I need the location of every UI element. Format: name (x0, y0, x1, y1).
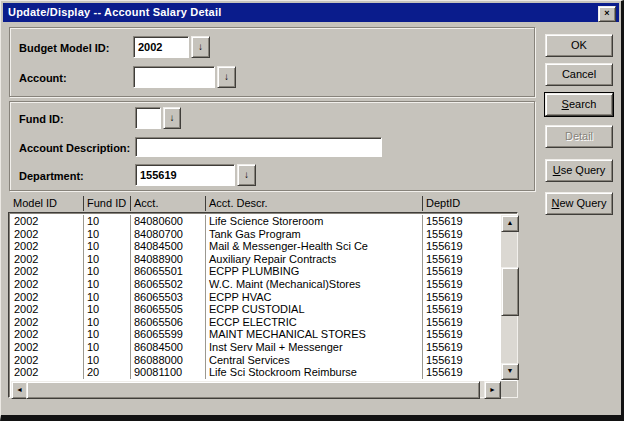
table-row[interactable]: 20021084084500Mail & Messenger-Health Sc… (11, 240, 501, 253)
use-query-button[interactable]: Use Query (545, 159, 613, 182)
table-cell: 155619 (423, 278, 501, 291)
table-cell: 10 (84, 354, 131, 367)
table-cell: 10 (84, 265, 131, 278)
account-description-label: Account Description: (19, 142, 130, 154)
top-group-box (9, 27, 535, 97)
table-row[interactable]: 20021084088900Auxiliary Repair Contracts… (11, 253, 501, 266)
table-cell: 10 (84, 215, 131, 228)
vertical-scrollbar[interactable]: ▲ ▼ (501, 215, 517, 380)
table-cell: 2002 (11, 228, 84, 241)
results-list: 20021084080600Life Science Storeroom1556… (8, 212, 518, 398)
table-cell: 84080700 (131, 228, 206, 241)
table-cell: ECPP PLUMBING (206, 265, 423, 278)
fund-id-field[interactable] (135, 107, 161, 129)
close-icon[interactable]: × (598, 6, 616, 22)
table-row[interactable]: 20021084080700Tank Gas Program155619 (11, 228, 501, 241)
table-cell: 2002 (11, 316, 84, 329)
cancel-button[interactable]: Cancel (545, 63, 613, 86)
table-cell: 2002 (11, 253, 84, 266)
horizontal-scrollbar[interactable]: ◄ ► (11, 381, 501, 397)
table-cell: 10 (84, 278, 131, 291)
account-description-field[interactable] (135, 137, 382, 157)
table-cell: 84084500 (131, 240, 206, 253)
table-cell: Inst Serv Mail + Messenger (206, 341, 423, 354)
table-cell: 155619 (423, 328, 501, 341)
table-cell: Mail & Messenger-Health Sci Ce (206, 240, 423, 253)
table-row[interactable]: 20022090081100Life Sci Stockroom Reimbur… (11, 366, 501, 379)
table-cell: 2002 (11, 240, 84, 253)
table-cell: 84088900 (131, 253, 206, 266)
table-cell: 155619 (423, 366, 501, 379)
ok-button[interactable]: OK (545, 34, 613, 57)
table-cell: 84080600 (131, 215, 206, 228)
table-cell: 155619 (423, 215, 501, 228)
table-cell: 155619 (423, 303, 501, 316)
table-cell: 2002 (11, 265, 84, 278)
fund-id-dropdown-icon[interactable]: ↓ (163, 107, 181, 129)
table-row[interactable]: 20021086065503ECPP HVAC155619 (11, 291, 501, 304)
table-row[interactable]: 20021086065501ECPP PLUMBING155619 (11, 265, 501, 278)
department-dropdown-icon[interactable]: ↓ (237, 164, 256, 186)
table-cell: 86065502 (131, 278, 206, 291)
table-cell: ECPP HVAC (206, 291, 423, 304)
horizontal-scroll-thumb[interactable] (26, 381, 480, 399)
detail-button[interactable]: Detail (545, 125, 613, 148)
column-header[interactable]: DeptID (422, 196, 518, 211)
table-cell: 2002 (11, 215, 84, 228)
table-cell: 10 (84, 328, 131, 341)
scrollbar-corner (501, 381, 517, 397)
column-header[interactable]: Fund ID (83, 196, 130, 211)
scroll-up-icon[interactable]: ▲ (501, 215, 519, 232)
table-row[interactable]: 20021086088000Central Services155619 (11, 354, 501, 367)
column-header[interactable]: Acct. (130, 196, 205, 211)
account-label: Account: (19, 72, 67, 84)
fund-id-label: Fund ID: (19, 113, 64, 125)
table-row[interactable]: 20021084080600Life Science Storeroom1556… (11, 215, 501, 228)
department-field[interactable] (135, 164, 235, 186)
title-bar[interactable]: Update/Display -- Account Salary Detail … (3, 3, 619, 22)
budget-model-id-field[interactable] (133, 36, 189, 58)
table-cell: W.C. Maint (Mechanical)Stores (206, 278, 423, 291)
scroll-down-icon[interactable]: ▼ (501, 363, 519, 380)
table-cell: 155619 (423, 240, 501, 253)
table-cell: 86065506 (131, 316, 206, 329)
new-query-button[interactable]: New Query (545, 192, 613, 215)
table-cell: 155619 (423, 341, 501, 354)
table-cell: 10 (84, 228, 131, 241)
table-cell: 86065505 (131, 303, 206, 316)
table-cell: 2002 (11, 291, 84, 304)
budget-model-id-dropdown-icon[interactable]: ↓ (191, 36, 210, 58)
table-cell: 10 (84, 240, 131, 253)
table-cell: 86065503 (131, 291, 206, 304)
scroll-right-icon[interactable]: ► (484, 381, 501, 399)
table-cell: Central Services (206, 354, 423, 367)
column-header[interactable]: Model ID (10, 196, 83, 211)
table-cell: 2002 (11, 328, 84, 341)
search-button[interactable]: Search (545, 93, 613, 116)
table-row[interactable]: 20021086065505ECPP CUSTODIAL155619 (11, 303, 501, 316)
table-cell: Life Science Storeroom (206, 215, 423, 228)
table-cell: 2002 (11, 341, 84, 354)
department-label: Department: (19, 170, 84, 182)
account-dropdown-icon[interactable]: ↓ (217, 66, 236, 88)
table-cell: 155619 (423, 291, 501, 304)
table-cell: ECPP CUSTODIAL (206, 303, 423, 316)
table-cell: 10 (84, 303, 131, 316)
account-field[interactable] (133, 66, 215, 88)
budget-model-id-label: Budget Model ID: (19, 42, 109, 54)
table-row[interactable]: 20021086084500Inst Serv Mail + Messenger… (11, 341, 501, 354)
vertical-scroll-thumb[interactable] (501, 267, 519, 316)
table-row[interactable]: 20021086065599MAINT MECHANICAL STORES155… (11, 328, 501, 341)
table-cell: 2002 (11, 303, 84, 316)
column-header[interactable]: Acct. Descr. (205, 196, 422, 211)
table-cell: 10 (84, 341, 131, 354)
table-cell: 86065501 (131, 265, 206, 278)
window-title: Update/Display -- Account Salary Detail (8, 6, 221, 18)
table-cell: 155619 (423, 316, 501, 329)
table-cell: Life Sci Stockroom Reimburse (206, 366, 423, 379)
table-row[interactable]: 20021086065506ECCP ELECTRIC155619 (11, 316, 501, 329)
grid-header: Model IDFund IDAcct.Acct. Descr.DeptID (10, 196, 518, 211)
table-cell: 155619 (423, 253, 501, 266)
table-cell: 155619 (423, 265, 501, 278)
table-row[interactable]: 20021086065502W.C. Maint (Mechanical)Sto… (11, 278, 501, 291)
